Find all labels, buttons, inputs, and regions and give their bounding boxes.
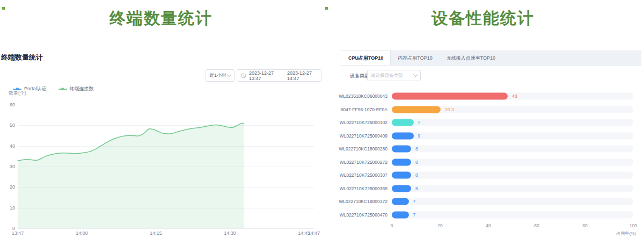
gridline bbox=[18, 228, 314, 229]
device-type-select[interactable]: 请选择设备类型 bbox=[367, 70, 421, 81]
device-type-placeholder: 请选择设备类型 bbox=[371, 73, 403, 79]
bar-value-label: 8 bbox=[415, 160, 418, 165]
bar-value-label: 8 bbox=[415, 186, 418, 191]
chevron-down-icon bbox=[413, 73, 418, 77]
x-tick-label: 100 bbox=[630, 223, 637, 228]
bar-value-label: 7 bbox=[413, 212, 416, 218]
y-tick-label: 20 bbox=[3, 184, 15, 190]
bar bbox=[392, 146, 411, 153]
device-type-label: 设备类型 bbox=[350, 73, 369, 80]
x-tick-label: 60 bbox=[534, 223, 539, 228]
chevron-down-icon bbox=[227, 73, 231, 77]
date-range-separator: - bbox=[282, 73, 284, 78]
series-line bbox=[18, 123, 244, 161]
bar-category-label: WL022710K725000470 bbox=[338, 212, 387, 218]
gridline bbox=[18, 208, 314, 208]
bar-value-label: 8 bbox=[415, 146, 418, 152]
bar-value-label: 8 bbox=[415, 172, 418, 178]
time-range-value: 近1小时 bbox=[209, 72, 226, 79]
bar-track bbox=[392, 158, 633, 165]
x-tick-label: 14:47 bbox=[308, 230, 320, 236]
bar bbox=[392, 106, 441, 113]
gridline bbox=[18, 105, 314, 105]
time-range-select[interactable]: 近1小时 bbox=[206, 69, 235, 82]
y-tick-label: 50 bbox=[3, 122, 15, 128]
x-tick-label: 40 bbox=[486, 223, 491, 228]
legend-label: Portal认证 bbox=[24, 85, 47, 92]
tab-cpu-top10[interactable]: CPU占用TOP10 bbox=[341, 51, 391, 65]
bar-value-label: 9 bbox=[418, 120, 421, 125]
bar-category-label: WL022710KC18000372 bbox=[338, 199, 387, 204]
bar-category-label: WL023610KC06000043 bbox=[338, 93, 387, 99]
bar-value-label: 9 bbox=[418, 133, 421, 139]
y-tick-label: 30 bbox=[3, 164, 15, 169]
gridline bbox=[18, 187, 314, 188]
bar-value-label: 7 bbox=[413, 199, 416, 204]
bar-track bbox=[392, 119, 633, 126]
bar-track bbox=[392, 185, 633, 192]
bar bbox=[392, 93, 508, 100]
y-axis-title: 数量(个) bbox=[9, 90, 26, 97]
bar bbox=[392, 132, 414, 139]
left-slide-heading: 终端数量统计 bbox=[0, 8, 322, 30]
x-tick-label: 20 bbox=[437, 223, 442, 228]
tab-ap-rate-top10[interactable]: 无线接入点速率TOP10 bbox=[440, 51, 502, 65]
bar-value-label: 20.3 bbox=[445, 107, 454, 112]
gridline bbox=[18, 146, 314, 147]
x-tick-label: 14:30 bbox=[224, 230, 236, 236]
x-tick-label: 0 bbox=[391, 223, 393, 228]
bar-category-label: WL022710K725000102 bbox=[338, 120, 387, 125]
bar-category-label: WL022710K725000369 bbox=[338, 186, 387, 191]
y-tick-label: 40 bbox=[3, 143, 15, 149]
x-tick-label: 14:00 bbox=[76, 230, 88, 236]
x-tick-label: 14:15 bbox=[150, 230, 162, 236]
x-tick-label: 80 bbox=[582, 223, 587, 228]
bar bbox=[392, 211, 409, 218]
dashboard: 终端数量统计 终端数量统计 近1小时 2023-12-27 13:47 - 20… bbox=[0, 0, 644, 245]
bar-track bbox=[392, 132, 633, 139]
bar bbox=[392, 185, 411, 192]
right-slide-heading: 设备性能统计 bbox=[322, 8, 644, 30]
bar bbox=[392, 198, 409, 205]
tab-memory-top10[interactable]: 内存占用TOP10 bbox=[391, 51, 439, 65]
legend-line-dot-icon bbox=[58, 89, 67, 90]
gridline bbox=[18, 167, 314, 167]
bar-category-label: WL022710K725000307 bbox=[338, 172, 387, 178]
y-tick-label: 10 bbox=[3, 205, 15, 211]
date-range-start: 2023-12-27 13:47 bbox=[249, 70, 279, 81]
bar-category-label: WL022710K725000272 bbox=[338, 160, 387, 165]
bar-category-label: WL022710KC18000280 bbox=[338, 146, 387, 152]
legend-item[interactable]: 终端连接数 bbox=[58, 85, 94, 92]
date-range-end: 2023-12-27 14:47 bbox=[287, 70, 317, 81]
legend-label: 终端连接数 bbox=[70, 85, 94, 92]
clock-icon bbox=[241, 73, 246, 78]
date-range-picker[interactable]: 2023-12-27 13:47 - 2023-12-27 14:47 bbox=[237, 69, 321, 82]
x-tick-label: 13:47 bbox=[12, 230, 24, 236]
performance-tabbar: CPU占用TOP10内存占用TOP10无线接入点速率TOP10 bbox=[341, 51, 641, 66]
y-tick-label: 60 bbox=[3, 102, 15, 107]
gridline bbox=[18, 125, 314, 126]
bar-track bbox=[392, 146, 633, 153]
bar-track bbox=[392, 211, 633, 218]
bar-value-label: 48 bbox=[512, 93, 517, 99]
bar bbox=[392, 119, 414, 126]
bar-track bbox=[392, 198, 633, 205]
bar-category-label: WL022710K725000409 bbox=[338, 133, 387, 139]
bar-category-label: 6047-FF96-1070-EF0A bbox=[338, 107, 387, 112]
bar bbox=[392, 172, 411, 179]
area-fill bbox=[18, 123, 244, 228]
bar bbox=[392, 158, 411, 165]
x-axis-title: 占用率(%) bbox=[588, 230, 636, 236]
bar-track bbox=[392, 172, 633, 179]
terminal-chart-title: 终端数量统计 bbox=[1, 53, 43, 62]
